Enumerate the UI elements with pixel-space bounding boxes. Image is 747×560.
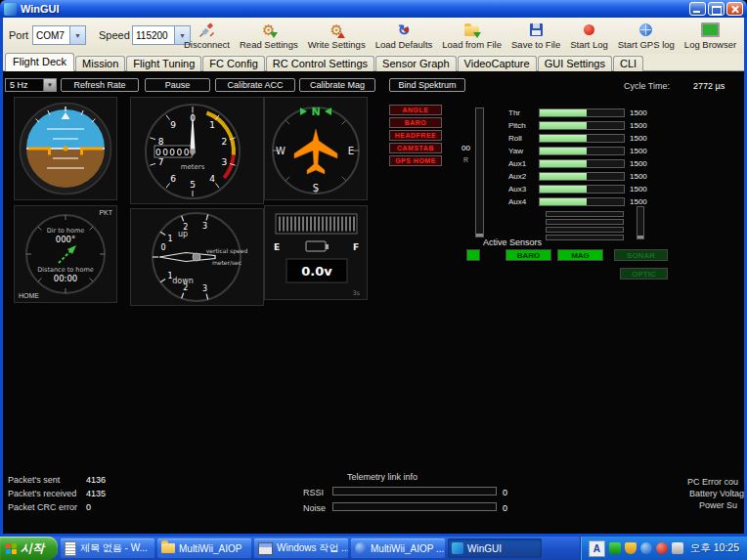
close-button[interactable]	[726, 2, 743, 16]
chart-icon[interactable]	[609, 542, 621, 554]
tab-cli[interactable]: CLI	[613, 56, 643, 71]
refresh-rate-value: 5 Hz	[10, 80, 28, 90]
pause-button[interactable]: Pause	[145, 78, 210, 92]
rc-channel-row: Yaw 1500	[508, 146, 647, 156]
tab-videocapture[interactable]: VideoCapture	[458, 56, 537, 71]
svg-text:3: 3	[221, 157, 227, 167]
svg-text:3: 3	[202, 284, 207, 293]
save-to-file-button[interactable]: Save to File	[506, 20, 565, 53]
network-icon[interactable]	[640, 542, 652, 554]
app-blue-icon	[355, 542, 367, 554]
packets-received-value: 4135	[86, 489, 106, 498]
calibrate-acc-button[interactable]: Calibrate ACC	[215, 78, 295, 92]
altimeter-gauge: 0 1 2 3 4 5 6 7 8 9 00000 meters	[130, 97, 264, 204]
taskbar-item-multiwii[interactable]: MultiWii_AIOP ...	[351, 538, 445, 558]
notepad-icon	[65, 541, 76, 556]
load-defaults-button[interactable]: ↻ Load Defaults	[371, 20, 438, 53]
speed-label: Speed	[99, 29, 130, 41]
noise-value: 0	[503, 503, 507, 513]
rc-channel-bar	[539, 108, 625, 117]
battery-icon	[306, 241, 326, 251]
load-from-file-button[interactable]: Load from File	[437, 20, 506, 53]
monitor-icon	[701, 22, 720, 38]
vsi-caption2: meter/sec	[212, 259, 242, 266]
start-log-button[interactable]: Start Log	[565, 20, 613, 53]
mode-baro: BARO	[389, 117, 442, 128]
svg-text:2: 2	[221, 137, 227, 147]
ime-indicator[interactable]: A	[589, 540, 605, 557]
battery-cells-label: 3s	[352, 289, 360, 297]
port-select[interactable]: COM7 ▼	[32, 25, 86, 45]
minimize-button[interactable]	[689, 2, 706, 16]
save-to-file-icon	[530, 22, 543, 38]
taskbar-item-wingui[interactable]: WinGUI	[448, 538, 542, 558]
log-browser-button[interactable]: Log Browser	[680, 20, 741, 53]
tab-mission[interactable]: Mission	[75, 56, 125, 71]
load-from-file-icon	[464, 22, 479, 38]
start-gps-log-button[interactable]: Start GPS log	[613, 20, 680, 53]
taskbar-item-folder[interactable]: MultiWii_AIOP	[157, 538, 251, 558]
tab-fc-config[interactable]: FC Config	[202, 56, 265, 71]
rc-channel-bar	[539, 159, 625, 168]
taskbar-item-notepad[interactable]: 제목 없음 - W...	[61, 538, 154, 558]
toolbar-button-label: Disconnect	[184, 39, 230, 50]
taskbar-item-windows-task[interactable]: Windows 작업 ...	[254, 538, 348, 558]
packets-sent-label: Packet's sent	[8, 475, 60, 485]
dir-to-home-value: 000°	[56, 235, 75, 244]
taskbar: 시작 제목 없음 - W... MultiWii_AIOP Windows 작업…	[0, 537, 747, 560]
rc-channel-label: Yaw	[508, 147, 539, 155]
voltage-value: 0.0v	[301, 264, 332, 279]
rc-channel-row: Aux4 1500	[508, 196, 647, 207]
svg-text:N: N	[311, 106, 320, 118]
altimeter-odometer: 00000	[155, 148, 191, 157]
volt-e-label: E	[274, 242, 280, 252]
rc-channel-label: Roll	[508, 134, 539, 143]
tab-sensor-graph[interactable]: Sensor Graph	[375, 56, 456, 71]
calibrate-mag-button[interactable]: Calibrate Mag	[299, 78, 375, 92]
read-settings-button[interactable]: ⚙ Read Settings	[235, 20, 303, 53]
tab-flight-tuning[interactable]: Flight Tuning	[126, 56, 201, 71]
tab-rc-control-settings[interactable]: RC Control Settings	[266, 56, 374, 71]
altimeter-unit: meters	[181, 163, 205, 171]
write-settings-button[interactable]: ⚙ Write Settings	[303, 20, 371, 53]
clock: 오후 10:25	[690, 541, 739, 555]
toolbar-button-label: Start GPS log	[618, 39, 675, 50]
start-label: 시작	[21, 540, 44, 557]
volume-icon[interactable]	[672, 542, 683, 554]
toolbar-button-label: Read Settings	[240, 39, 298, 50]
rc-channel-label: Aux4	[508, 197, 539, 206]
aux-extra-bar	[546, 235, 624, 240]
disconnect-button[interactable]: Disconnect	[179, 20, 235, 53]
compass-gauge: N W E S	[264, 97, 368, 200]
toolbar-buttons: Disconnect ⚙ Read Settings ⚙ Write Setti…	[179, 19, 741, 53]
sensor-optic: OPTIC	[620, 268, 668, 280]
rc-channel-row: Roll 1500	[508, 133, 647, 144]
dir-to-home-label: Dir to home	[47, 227, 85, 235]
right-stick-bar	[637, 206, 644, 239]
mode-gps-home: GPS HOME	[389, 155, 442, 166]
attitude-indicator	[14, 97, 117, 200]
packets-received-label: Packet's received	[8, 489, 76, 498]
rc-channel-value: 1500	[630, 108, 647, 117]
start-button[interactable]: 시작	[0, 537, 58, 560]
pc-error-count-label: PC Error cou	[687, 477, 738, 487]
rc-channel-row: Thr 1500	[508, 108, 647, 118]
sensor-baro: BARO	[505, 249, 551, 261]
sensor-indicator	[466, 249, 480, 261]
bind-spektrum-button[interactable]: Bind Spektrum	[389, 78, 465, 92]
taskbar-item-label: WinGUI	[467, 543, 502, 554]
stick-value: 00	[461, 144, 470, 152]
taskbar-item-label: 제목 없음 - W...	[80, 541, 148, 555]
tab-gui-settings[interactable]: GUI Settings	[538, 56, 612, 71]
alert-icon[interactable]	[656, 542, 668, 554]
rssi-label: RSSI	[303, 488, 324, 497]
mode-camstab: CAMSTAB	[389, 143, 442, 153]
taskbar-item-label: MultiWii_AIOP ...	[371, 543, 444, 554]
voltage-gauge: E F 0.0v 3s	[264, 205, 368, 300]
shield-icon[interactable]	[625, 542, 637, 554]
chevron-down-icon: ▼	[43, 79, 56, 91]
tab-flight-deck[interactable]: Flight Deck	[5, 53, 74, 71]
volt-f-label: F	[353, 242, 359, 252]
maximize-button[interactable]	[708, 2, 725, 16]
refresh-rate-select[interactable]: 5 Hz ▼	[5, 78, 57, 92]
